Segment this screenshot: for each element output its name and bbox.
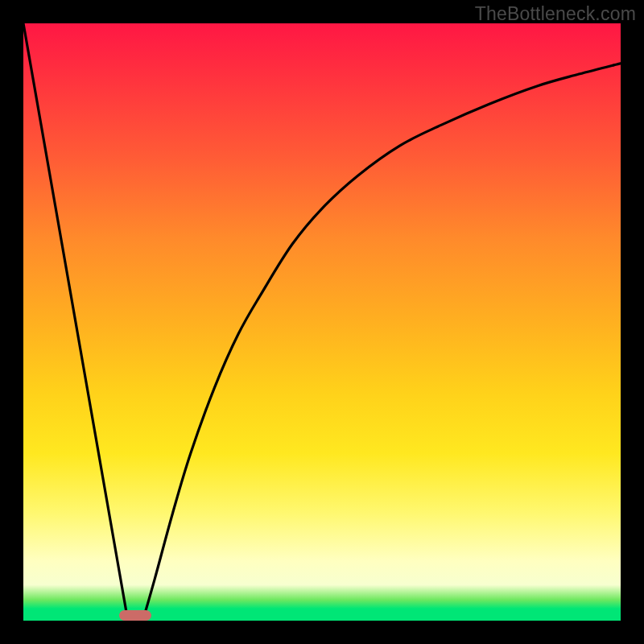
curve-right-log — [142, 64, 621, 621]
chart-curves — [23, 23, 621, 621]
chart-frame: TheBottleneck.com — [0, 0, 644, 644]
watermark-text: TheBottleneck.com — [475, 3, 636, 25]
plot-area — [23, 23, 621, 621]
bottleneck-marker — [119, 610, 151, 621]
curve-left-line — [23, 23, 128, 621]
